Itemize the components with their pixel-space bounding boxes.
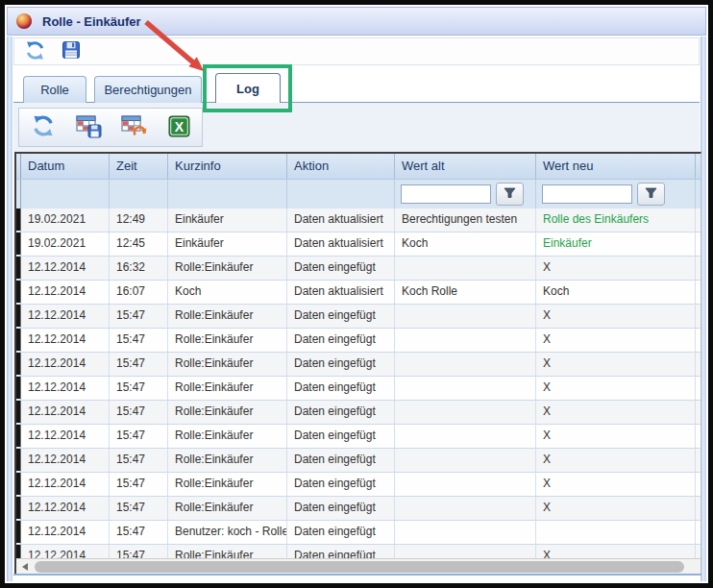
cell-sliver — [696, 473, 701, 496]
cell-kurzinfo: Rolle:Einkäufer — [168, 257, 287, 280]
title-bar[interactable]: Rolle - Einkäufer — [7, 7, 706, 36]
reload-grid-layout-button[interactable] — [119, 113, 148, 142]
filter-cell-wert-alt — [395, 180, 536, 208]
window-title: Rolle - Einkäufer — [42, 14, 141, 29]
cell-wert-neu: X — [536, 449, 696, 472]
cell-sliver — [696, 257, 701, 280]
funnel-icon — [504, 187, 516, 202]
cell-aktion: Daten eingefügt — [287, 545, 395, 558]
table-row[interactable]: 12.12.2014 15:47 Rolle:Einkäufer Daten e… — [16, 545, 701, 558]
refresh-button[interactable] — [22, 39, 47, 64]
filter-row — [16, 179, 701, 208]
excel-export-button[interactable]: X — [164, 113, 193, 142]
save-icon — [61, 40, 81, 62]
table-row[interactable]: 12.12.2014 16:32 Rolle:Einkäufer Daten e… — [16, 257, 701, 281]
table-row[interactable]: 12.12.2014 15:47 Rolle:Einkäufer Daten e… — [16, 401, 701, 425]
grid-refresh-button[interactable] — [29, 113, 58, 142]
tab-log-label: Log — [236, 82, 259, 96]
filter-cell-datum — [21, 180, 110, 208]
cell-datum: 12.12.2014 — [21, 449, 110, 472]
cell-aktion: Daten eingefügt — [287, 377, 395, 400]
cell-sliver — [696, 329, 701, 352]
wert-neu-filter-input[interactable] — [542, 184, 632, 204]
cell-wert-neu: Einkäufer — [536, 233, 696, 256]
column-header-zeit[interactable]: Zeit — [110, 154, 168, 179]
cell-zeit: 15:47 — [110, 329, 168, 352]
cell-aktion: Daten eingefügt — [287, 497, 395, 520]
table-row[interactable]: 19.02.2021 12:49 Einkäufer Daten aktuali… — [16, 208, 701, 233]
cell-sliver — [696, 401, 701, 424]
column-header-kurzinfo[interactable]: Kurzinfo — [168, 154, 287, 179]
tab-berechtigungen[interactable]: Berechtigungen — [94, 76, 202, 103]
cell-wert-alt — [395, 425, 536, 448]
cell-zeit: 15:47 — [110, 497, 168, 520]
cell-wert-neu: X — [536, 377, 696, 400]
cell-kurzinfo: Rolle:Einkäufer — [168, 329, 287, 352]
app-window: Rolle - Einkäufer — [0, 0, 713, 588]
save-grid-layout-button[interactable] — [74, 113, 103, 142]
column-header-aktion[interactable]: Aktion — [287, 154, 395, 179]
cell-zeit: 15:47 — [110, 305, 168, 328]
cell-wert-alt — [395, 497, 536, 520]
scrollbar-thumb[interactable] — [35, 561, 684, 573]
table-row[interactable]: 12.12.2014 15:47 Benutzer: koch - Rolle … — [16, 521, 701, 545]
wert-neu-filter-button[interactable] — [637, 183, 665, 206]
panel-border-left — [7, 37, 12, 581]
cell-kurzinfo: Rolle:Einkäufer — [168, 497, 287, 520]
cell-datum: 12.12.2014 — [21, 545, 110, 558]
scroll-left-button[interactable] — [16, 559, 33, 574]
cell-kurzinfo: Einkäufer — [168, 233, 287, 256]
cell-wert-neu: X — [536, 401, 696, 424]
cell-wert-alt — [395, 377, 536, 400]
cell-datum: 12.12.2014 — [21, 425, 110, 448]
cell-wert-alt — [395, 329, 536, 352]
wert-alt-filter-input[interactable] — [401, 184, 491, 204]
table-row[interactable]: 12.12.2014 15:47 Rolle:Einkäufer Daten e… — [16, 305, 701, 329]
cell-sliver — [696, 497, 701, 520]
save-grid-layout-icon — [76, 114, 102, 141]
table-row[interactable]: 12.12.2014 15:47 Rolle:Einkäufer Daten e… — [16, 497, 701, 521]
app-icon — [16, 13, 32, 29]
wert-alt-filter-button[interactable] — [496, 183, 524, 206]
horizontal-scrollbar[interactable] — [16, 558, 701, 574]
filter-cell-wert-neu — [536, 180, 696, 208]
cell-kurzinfo: Einkäufer — [168, 208, 287, 232]
table-body: 19.02.2021 12:49 Einkäufer Daten aktuali… — [16, 208, 701, 558]
column-header-wert-neu[interactable]: Wert neu — [536, 154, 696, 179]
cell-sliver — [696, 208, 701, 232]
cell-kurzinfo: Rolle:Einkäufer — [168, 353, 287, 376]
cell-kurzinfo: Rolle:Einkäufer — [168, 545, 287, 558]
table-row[interactable]: 12.12.2014 15:47 Rolle:Einkäufer Daten e… — [16, 425, 701, 449]
table-row[interactable]: 12.12.2014 15:47 Rolle:Einkäufer Daten e… — [16, 449, 701, 473]
cell-wert-neu: X — [536, 473, 696, 496]
cell-aktion: Daten eingefügt — [287, 425, 395, 448]
cell-sliver — [696, 377, 701, 400]
tab-rolle[interactable]: Rolle — [23, 76, 86, 103]
table-row[interactable]: 12.12.2014 15:47 Rolle:Einkäufer Daten e… — [16, 329, 701, 353]
cell-wert-alt: Koch — [395, 233, 536, 256]
table-row[interactable]: 19.02.2021 12:45 Einkäufer Daten aktuali… — [16, 233, 701, 257]
cell-wert-alt — [395, 473, 536, 496]
filter-cell-zeit — [110, 180, 168, 208]
cell-kurzinfo: Rolle:Einkäufer — [168, 377, 287, 400]
cell-wert-alt — [395, 521, 536, 544]
cell-wert-neu: Koch — [536, 281, 696, 304]
cell-wert-alt — [395, 305, 536, 328]
table-row[interactable]: 12.12.2014 15:47 Rolle:Einkäufer Daten e… — [16, 353, 701, 377]
cell-kurzinfo: Rolle:Einkäufer — [168, 449, 287, 472]
tab-log[interactable]: Log — [215, 73, 281, 103]
column-header-sliver — [696, 154, 702, 179]
cell-zeit: 15:47 — [110, 449, 168, 472]
column-header-datum[interactable]: Datum — [21, 154, 110, 179]
table-row[interactable]: 12.12.2014 16:07 Koch Daten aktualisiert… — [16, 281, 701, 305]
table-row[interactable]: 12.12.2014 15:47 Rolle:Einkäufer Daten e… — [16, 377, 701, 401]
cell-sliver — [696, 449, 701, 472]
cell-kurzinfo: Rolle:Einkäufer — [168, 401, 287, 424]
cell-wert-neu: X — [536, 425, 696, 448]
table-row[interactable]: 12.12.2014 15:47 Rolle:Einkäufer Daten e… — [16, 473, 701, 497]
cell-aktion: Daten aktualisiert — [287, 208, 395, 232]
cell-datum: 12.12.2014 — [21, 257, 110, 280]
column-header-wert-alt[interactable]: Wert alt — [395, 154, 536, 179]
save-button[interactable] — [59, 39, 84, 64]
cell-datum: 12.12.2014 — [21, 329, 110, 352]
